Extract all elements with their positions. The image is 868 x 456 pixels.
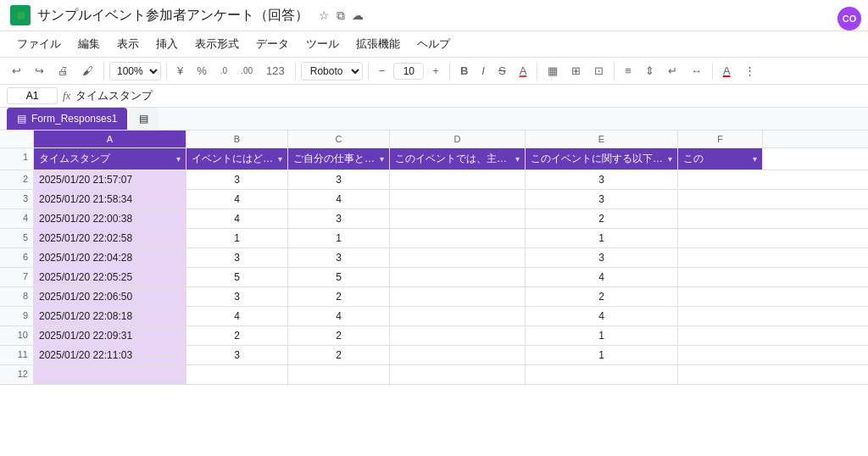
font-selector[interactable]: Roboto: [301, 62, 363, 81]
menu-format[interactable]: 表示形式: [188, 33, 246, 55]
text-direction-button[interactable]: ↔: [686, 61, 707, 81]
menu-extensions[interactable]: 拡張機能: [349, 33, 407, 55]
strikethrough-button[interactable]: S: [493, 61, 511, 81]
avatar[interactable]: CO: [837, 7, 861, 31]
data-cell[interactable]: 3: [526, 170, 678, 189]
data-cell[interactable]: [390, 248, 526, 267]
sheet-tab-secondary[interactable]: ▤: [129, 108, 159, 130]
cell-timestamp[interactable]: 2025/01/20 22:06:50: [34, 287, 186, 306]
header-cell-c1[interactable]: ご自分の仕事との関連性や、い ▾: [288, 148, 390, 170]
data-cell[interactable]: 3: [186, 346, 288, 364]
col-header-c[interactable]: C: [288, 131, 390, 147]
data-cell[interactable]: 2: [288, 346, 390, 364]
data-cell[interactable]: [390, 307, 526, 325]
valign-button[interactable]: ⇕: [640, 61, 659, 81]
data-cell[interactable]: 4: [186, 307, 288, 325]
data-cell[interactable]: [390, 268, 526, 286]
cell-reference[interactable]: [7, 87, 58, 104]
data-cell[interactable]: [390, 287, 526, 306]
currency-button[interactable]: ¥: [172, 61, 188, 81]
data-cell[interactable]: 4: [526, 307, 678, 325]
data-cell[interactable]: 3: [526, 190, 678, 209]
print-button[interactable]: 🖨: [53, 61, 74, 81]
data-cell[interactable]: 4: [186, 209, 288, 228]
data-cell[interactable]: [390, 170, 526, 189]
data-cell[interactable]: 2: [288, 326, 390, 345]
menu-tools[interactable]: ツール: [299, 33, 346, 55]
align-button[interactable]: ≡: [620, 61, 637, 81]
menu-file[interactable]: ファイル: [10, 33, 68, 55]
data-cell[interactable]: [186, 365, 288, 384]
cell-timestamp[interactable]: 2025/01/20 22:02:58: [34, 229, 186, 247]
format-paint-button[interactable]: 🖌: [77, 61, 98, 81]
data-cell[interactable]: 1: [526, 229, 678, 247]
data-cell[interactable]: 3: [186, 287, 288, 306]
data-cell[interactable]: 1: [186, 229, 288, 247]
col-header-a[interactable]: A: [34, 131, 186, 147]
borders-button[interactable]: ⊞: [566, 61, 586, 81]
data-cell[interactable]: [390, 209, 526, 228]
data-cell[interactable]: 3: [186, 170, 288, 189]
data-cell[interactable]: 4: [288, 307, 390, 325]
col-header-d[interactable]: D: [390, 131, 526, 147]
menu-edit[interactable]: 編集: [71, 33, 107, 55]
cloud-icon[interactable]: ☁: [352, 8, 364, 22]
data-cell[interactable]: 5: [186, 268, 288, 286]
menu-data[interactable]: データ: [249, 33, 296, 55]
data-cell[interactable]: 1: [526, 346, 678, 364]
data-cell[interactable]: 2: [526, 287, 678, 306]
header-cell-d1[interactable]: このイベントでは、主にどく ▾: [390, 148, 526, 170]
data-cell[interactable]: 3: [186, 248, 288, 267]
data-cell[interactable]: 4: [288, 190, 390, 209]
undo-button[interactable]: ↩: [7, 61, 26, 81]
italic-button[interactable]: I: [476, 61, 490, 81]
menu-insert[interactable]: 挿入: [149, 33, 185, 55]
fill-color-button[interactable]: ▦: [542, 61, 563, 81]
bold-button[interactable]: B: [455, 61, 473, 81]
zoom-selector[interactable]: 100%: [109, 62, 161, 81]
menu-help[interactable]: ヘルプ: [410, 33, 457, 55]
wrap-button[interactable]: ↵: [663, 61, 682, 81]
more-formats-button[interactable]: 123: [261, 61, 290, 81]
cell-timestamp[interactable]: 2025/01/20 22:04:28: [34, 248, 186, 267]
font-color-button[interactable]: A: [515, 61, 532, 81]
data-cell[interactable]: 3: [288, 209, 390, 228]
data-cell[interactable]: 1: [288, 229, 390, 247]
font-size-dec-button[interactable]: −: [374, 61, 391, 81]
data-cell[interactable]: [390, 346, 526, 364]
redo-button[interactable]: ↪: [30, 61, 49, 81]
data-cell[interactable]: [390, 229, 526, 247]
cell-timestamp[interactable]: 2025/01/20 22:09:31: [34, 326, 186, 345]
header-cell-a1[interactable]: タイムスタンプ ▾: [34, 148, 186, 170]
data-cell[interactable]: 3: [526, 248, 678, 267]
data-cell[interactable]: 2: [186, 326, 288, 345]
col-header-b[interactable]: B: [186, 131, 288, 147]
font-color2-button[interactable]: A: [718, 61, 736, 81]
data-cell[interactable]: [526, 365, 678, 384]
cell-timestamp[interactable]: 2025/01/20 22:00:38: [34, 209, 186, 228]
copy-icon[interactable]: ⧉: [337, 8, 345, 23]
more-button[interactable]: ⋮: [739, 61, 760, 81]
data-cell[interactable]: 2: [288, 287, 390, 306]
data-cell[interactable]: 1: [526, 326, 678, 345]
sheet-tab-form-responses[interactable]: ▤ Form_Responses1: [7, 108, 127, 130]
col-header-e[interactable]: E: [526, 131, 678, 147]
data-cell[interactable]: [390, 365, 526, 384]
data-cell[interactable]: [390, 326, 526, 345]
col-header-f[interactable]: F: [678, 131, 763, 147]
header-cell-f1[interactable]: この ▾: [678, 148, 763, 170]
data-cell[interactable]: 4: [526, 268, 678, 286]
star-icon[interactable]: ☆: [319, 8, 330, 22]
merge-button[interactable]: ⊡: [589, 61, 609, 81]
percent-button[interactable]: %: [192, 61, 212, 81]
data-cell[interactable]: [390, 190, 526, 209]
data-cell[interactable]: 5: [288, 268, 390, 286]
data-cell[interactable]: 4: [186, 190, 288, 209]
data-cell[interactable]: 2: [526, 209, 678, 228]
header-cell-e1[interactable]: このイベントに関する以下の項目につい ▾: [526, 148, 678, 170]
decimal-inc-button[interactable]: .00: [236, 63, 258, 79]
cell-timestamp[interactable]: 2025/01/20 22:11:03: [34, 346, 186, 364]
data-cell[interactable]: 3: [288, 170, 390, 189]
data-cell[interactable]: [288, 365, 390, 384]
cell-timestamp[interactable]: [34, 365, 186, 384]
